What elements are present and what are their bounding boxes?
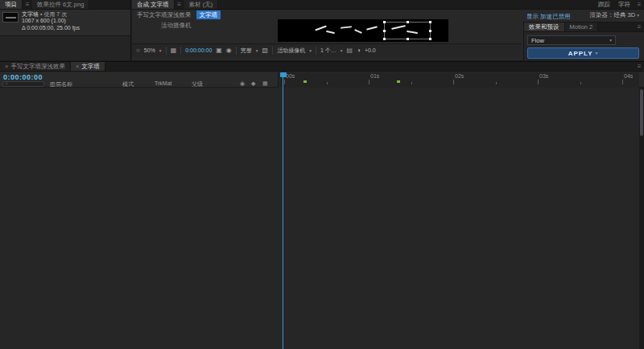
tab-character[interactable]: 字符 <box>614 0 634 9</box>
chevron-down-icon: ▾ <box>159 48 162 53</box>
chevron-down-icon: ▾ <box>596 51 599 55</box>
ruler-tick <box>411 82 412 84</box>
preview-artwork <box>366 26 378 30</box>
flow-label: Flow <box>531 37 544 44</box>
chevron-down-icon: ▾ <box>341 48 343 53</box>
scrollbar-thumb[interactable] <box>640 89 643 136</box>
resolution-select[interactable]: 完整 <box>241 47 252 55</box>
ruler-tick <box>622 80 623 84</box>
composition-viewport[interactable] <box>278 19 448 42</box>
tab-effects-presets[interactable]: 效果和预设 <box>524 23 565 31</box>
tab-tracker[interactable]: 跟踪 <box>594 0 614 9</box>
breadcrumb-parent-comp[interactable]: 手写文字墙深浅效果 <box>137 11 192 18</box>
ruler-tick <box>284 80 285 84</box>
timeline-tabstrip: ×手写文字墙深浅效果 ×文字墙 ≡ <box>0 62 644 72</box>
video-column-icon: ◉ <box>240 80 245 87</box>
column-trkmat[interactable]: TrkMat <box>155 80 172 86</box>
current-time-field[interactable]: 0:00:00:00 <box>3 73 43 81</box>
panel-menu-icon[interactable]: ≡ <box>23 0 32 9</box>
transparency-grid-icon[interactable]: ▤ <box>347 47 353 54</box>
comp-marker[interactable] <box>397 80 400 83</box>
timeline-vertical-scrollbar[interactable] <box>639 88 644 349</box>
switches-column-icon: ▦ <box>262 80 268 87</box>
renderer-label: 渲染器：经典 3D <box>589 11 635 18</box>
display-acceleration-notice: 显示 加速已禁用 <box>526 13 571 21</box>
close-icon[interactable]: × <box>76 63 79 70</box>
tabstrip-spacer <box>105 62 634 71</box>
tab-label: 手写文字墙深浅效果 <box>10 63 65 70</box>
preview-artwork <box>326 31 335 35</box>
tab-composition[interactable]: 合成 文字墙 <box>132 0 175 9</box>
ruler-tick <box>453 80 454 84</box>
ruler-label: 00s <box>286 73 295 79</box>
project-item-list[interactable] <box>0 35 130 60</box>
ruler-tick <box>496 82 497 84</box>
chevron-down-icon: ▾ <box>609 38 612 43</box>
current-time-indicator[interactable] <box>283 72 283 349</box>
ruler-label: 01s <box>370 73 379 79</box>
time-ruler[interactable]: 00s01s02s03s04s <box>278 72 639 88</box>
tab-footage[interactable]: 素材 (无) <box>184 0 219 9</box>
tabstrip-spacer <box>598 23 634 31</box>
selection-handle[interactable] <box>407 38 409 40</box>
tab-motion2[interactable]: Motion 2 <box>565 23 599 31</box>
apply-label: APPLY <box>568 50 593 57</box>
selection-handle[interactable] <box>429 38 431 40</box>
magnification-icon[interactable]: ○ <box>136 47 140 54</box>
ruler-label: 02s <box>455 73 464 79</box>
selection-handle[interactable] <box>429 30 431 32</box>
panel-menu-icon[interactable]: ≡ <box>634 23 644 31</box>
exposure-icon[interactable]: ◑ <box>357 47 361 54</box>
viewer-timecode[interactable]: 0:00:00:00 <box>185 47 212 53</box>
close-icon[interactable]: × <box>5 63 8 70</box>
ruler-tick <box>369 80 369 84</box>
show-channel-icon[interactable]: ◉ <box>226 47 232 54</box>
comp-tabstrip: 合成 文字墙 ≡ 素材 (无) 跟踪 字符 ≡ <box>132 0 644 10</box>
grid-guides-icon[interactable]: ▦ <box>171 47 177 54</box>
flow-preset-dropdown[interactable]: Flow ▾ <box>527 35 616 45</box>
comp-marker[interactable] <box>303 80 307 83</box>
panel-menu-icon[interactable]: ≡ <box>634 0 644 9</box>
snapshot-icon[interactable]: ▣ <box>216 47 222 54</box>
tabstrip-spacer <box>218 0 594 9</box>
region-of-interest-icon[interactable]: ▧ <box>262 47 269 54</box>
current-time-indicator-handle[interactable] <box>280 72 287 77</box>
ruler-label: 03s <box>539 73 548 79</box>
footage-usage: ▪ 使用 7 次 <box>40 11 67 17</box>
footage-dimensions: 1067 x 600 (1.00) <box>22 18 66 23</box>
panel-menu-icon[interactable]: ≡ <box>634 62 644 71</box>
tab-project[interactable]: 项目 <box>0 0 23 9</box>
tab-comp-parent[interactable]: ×手写文字墙深浅效果 <box>0 62 71 71</box>
timeline-panel: ×手写文字墙深浅效果 ×文字墙 ≡ 0:00:00:00 ○ 图层名称 模式 T… <box>0 61 644 349</box>
tab-effect-controls[interactable]: 效果控件 6文.png <box>32 0 89 9</box>
chevron-down-icon: ▾ <box>309 48 312 53</box>
keyframe-column-icon: ◆ <box>251 80 255 87</box>
zoom-select[interactable]: 50% <box>144 47 155 53</box>
selection-handle[interactable] <box>407 21 409 23</box>
ruler-label: 04s <box>624 73 633 79</box>
chevron-down-icon: ▾ <box>256 48 258 53</box>
selection-handle[interactable] <box>383 30 386 32</box>
selection-handle[interactable] <box>383 38 386 40</box>
exposure-value[interactable]: +0.0 <box>365 47 376 53</box>
apply-button[interactable]: APPLY ▾ <box>527 47 639 59</box>
project-tabstrip: 项目 ≡ 效果控件 6文.png <box>0 0 130 10</box>
ruler-tick <box>580 82 581 84</box>
selection-handle[interactable] <box>429 21 431 23</box>
preview-artwork <box>315 25 327 31</box>
comp-navigator: 手写文字墙深浅效果 文字墙 <box>137 10 221 19</box>
chevron-down-icon: ▾ <box>637 13 639 18</box>
tab-comp-current[interactable]: ×文字墙 <box>71 62 105 71</box>
footage-name-text: 文字墙 <box>22 11 39 17</box>
timeline-rows <box>0 88 639 349</box>
breadcrumb-current-comp[interactable]: 文字墙 <box>196 10 221 19</box>
project-panel: 项目 ≡ 效果控件 6文.png 文字墙 ▪ 使用 7 次 1067 x 600… <box>0 0 131 60</box>
ruler-tick <box>538 80 539 84</box>
selection-handle[interactable] <box>383 21 386 23</box>
layer-selection-box[interactable] <box>384 22 431 39</box>
renderer-button[interactable]: 渲染器：经典 3D ▾ <box>589 11 639 19</box>
3d-view-select[interactable]: 活动摄像机 <box>277 47 305 55</box>
view-layout-select[interactable]: 1 个… <box>320 47 336 55</box>
timeline-search-input[interactable]: ○ <box>2 81 44 87</box>
panel-menu-icon[interactable]: ≡ <box>175 0 184 9</box>
